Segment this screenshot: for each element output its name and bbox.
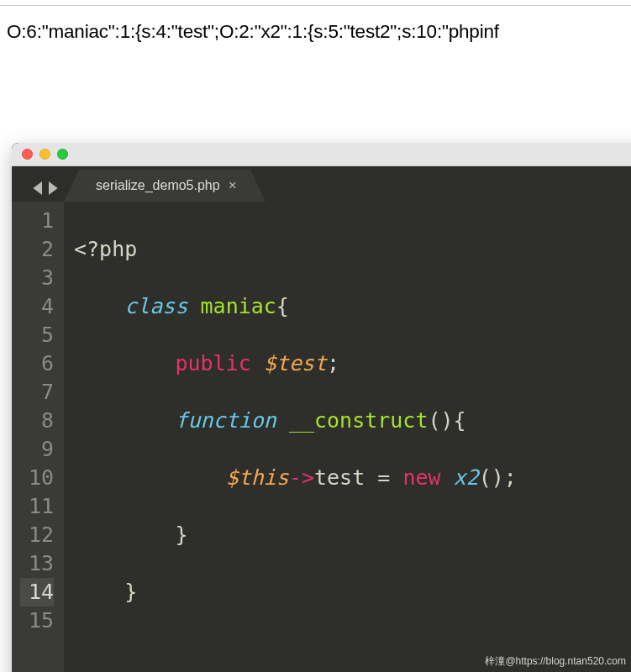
- watermark: 梓潼@https://blog.ntan520.com: [485, 654, 626, 669]
- maximize-icon[interactable]: [57, 149, 68, 160]
- serialized-output: O:6:"maniac":1:{s:4:"test";O:2:"x2":1:{s…: [0, 6, 631, 58]
- code-line: <?php: [74, 235, 631, 264]
- arrow-left-icon[interactable]: [33, 181, 45, 195]
- code-line: }: [74, 578, 631, 606]
- tab-close-icon[interactable]: ×: [229, 177, 237, 194]
- code-line: class maniac{: [74, 292, 631, 321]
- code-line: public $test;: [74, 349, 631, 378]
- code-line: function __construct(){: [74, 407, 631, 435]
- editor-window: serialize_demo5.php × 1 2 3 4 5 6 7 8 9 …: [12, 143, 631, 672]
- code-line: $this->test = new x2();: [74, 464, 631, 492]
- file-tab[interactable]: serialize_demo5.php ×: [79, 170, 250, 202]
- tab-bar: serialize_demo5.php ×: [12, 166, 631, 202]
- tab-filename: serialize_demo5.php: [96, 178, 220, 193]
- code-area[interactable]: <?php class maniac{ public $test; functi…: [64, 202, 631, 672]
- line-gutter: 1 2 3 4 5 6 7 8 9 10 11 12 13 14 15: [12, 202, 64, 672]
- code-editor[interactable]: 1 2 3 4 5 6 7 8 9 10 11 12 13 14 15 <?ph…: [12, 202, 631, 672]
- close-icon[interactable]: [22, 149, 33, 160]
- window-titlebar: [12, 143, 631, 166]
- minimize-icon[interactable]: [39, 149, 50, 160]
- arrow-right-icon[interactable]: [46, 181, 58, 195]
- code-line: }: [74, 521, 631, 549]
